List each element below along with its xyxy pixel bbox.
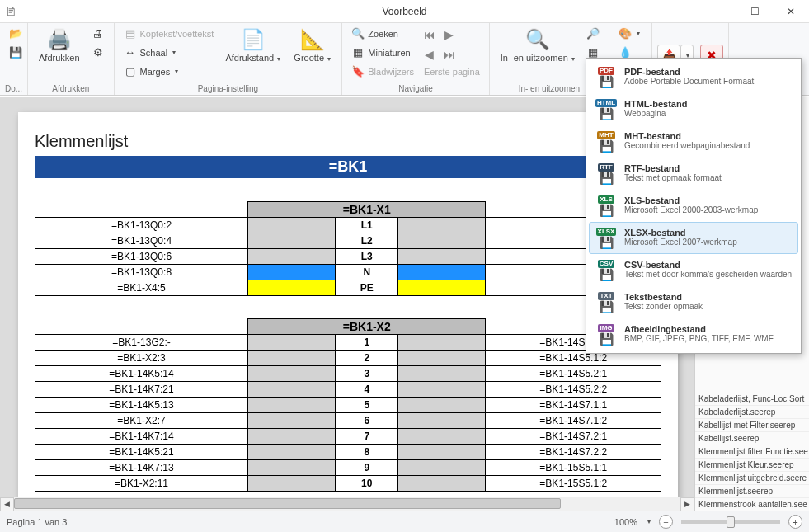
color-icon: 🎨	[619, 27, 632, 40]
file-type-icon: XLSX💾	[595, 228, 618, 248]
scroll-left-button[interactable]: ◀	[0, 497, 14, 511]
terminal-table-2: =BK1-X2=BK1-13G2:-1=BK1-14S5.1:1=BK1-X2:…	[35, 296, 661, 492]
scroll-right-button[interactable]: ▶	[680, 497, 694, 511]
file-type-icon: RTF💾	[595, 163, 618, 184]
quick-print-button[interactable]: 🖨	[87, 25, 109, 42]
print-button[interactable]: 🖨️ Afdrukken	[33, 25, 86, 66]
watermark-icon: 💧	[619, 46, 632, 59]
multipage-icon: ▦	[586, 46, 600, 59]
export-item-subtitle: Tekst met door komma's gescheiden waarde…	[624, 270, 792, 279]
zoom-button[interactable]: 🔍 In- en uitzoomen ▾	[495, 25, 581, 67]
horizontal-scrollbar[interactable]: ◀ ▶	[0, 497, 694, 511]
status-bar: Pagina 1 van 3 100% ▾ − +	[0, 511, 809, 532]
report-list-item[interactable]: Klemmenlijst.seerep	[695, 485, 809, 498]
open-button[interactable]: 📂	[5, 25, 26, 42]
export-item-title: MHT-bestand	[624, 131, 750, 141]
export-item-title: CSV-bestand	[624, 260, 792, 270]
report-list-item[interactable]: Kabeladerlijst.seerep	[695, 406, 809, 419]
chevron-down-icon: ▾	[172, 49, 176, 56]
prev-page-button[interactable]: ◀	[420, 45, 440, 64]
terminal-table-1: =BK1-X1=BK1-13Q0:2L1=BK1-13Q0:4L2=BK1-13…	[35, 178, 661, 296]
export-item-subtitle: Adobe Portable Document Formaat	[624, 77, 754, 86]
group-label-doc: Do...	[5, 82, 22, 95]
scroll-thumb[interactable]	[14, 498, 561, 509]
magnifier-icon: 🔍	[525, 28, 550, 51]
export-item-mht[interactable]: MHT💾MHT-bestandGecombineerd webpaginabes…	[589, 125, 798, 158]
file-type-icon: CSV💾	[595, 260, 618, 280]
close-button[interactable]: ✕	[773, 1, 809, 22]
maximize-button[interactable]: ☐	[736, 1, 773, 22]
printer-small-icon: 🖨	[92, 27, 105, 40]
zoom-out-button[interactable]: −	[659, 515, 673, 529]
export-item-subtitle: Tekst zonder opmaak	[624, 302, 703, 311]
report-list-item[interactable]: Kabellijst.seerep	[695, 432, 809, 445]
chevron-down-icon: ▾	[175, 68, 178, 75]
export-item-pdf[interactable]: PDF💾PDF-bestandAdobe Portable Document F…	[589, 61, 798, 93]
size-button[interactable]: 📐 Grootte ▾	[288, 25, 336, 67]
file-type-icon: TXT💾	[595, 292, 618, 313]
report-list-item[interactable]: Kabellijst met Filter.seerep	[695, 419, 809, 432]
thumbnails-button[interactable]: ▦Miniaturen	[347, 44, 418, 61]
minimize-button[interactable]: —	[700, 1, 736, 22]
bookmarks-button[interactable]: 🔖Bladwijzers	[347, 63, 418, 80]
zoom-in-button[interactable]: +	[788, 515, 802, 529]
goto-page-label: Eerste pagina	[420, 64, 484, 79]
file-type-icon: MHT💾	[595, 131, 618, 152]
gear-icon: ⚙	[92, 46, 105, 59]
scale-button[interactable]: ↔Schaal▾	[120, 44, 219, 61]
zoom-slider[interactable]	[681, 520, 780, 524]
file-type-icon: HTML💾	[595, 99, 618, 120]
export-item-img[interactable]: IMG💾AfbeeldingbestandBMP, GIF, JPEG, PNG…	[589, 318, 798, 351]
last-page-button[interactable]: ⏭	[440, 45, 459, 64]
group-label-print: Afdrukken	[33, 82, 109, 95]
export-item-csv[interactable]: CSV💾CSV-bestandTekst met door komma's ge…	[589, 254, 798, 286]
orientation-button[interactable]: 📄 Afdrukstand ▾	[219, 25, 286, 67]
report-list-item[interactable]: Klemmenstrook aantallen.see	[695, 498, 809, 511]
header-footer-button[interactable]: ▤Koptekst/voettekst	[120, 25, 219, 42]
zoom-slider-knob[interactable]	[727, 516, 735, 528]
printer-icon: 🖨️	[47, 28, 72, 51]
report-list-item[interactable]: Klemmenlijst filter Functie.see	[695, 445, 809, 459]
export-item-xls[interactable]: XLS💾XLS-bestandMicrosoft Excel 2000-2003…	[589, 190, 798, 222]
export-item-rtf[interactable]: RTF💾RTF-bestandTekst met opmaak formaat	[589, 158, 798, 190]
search-icon: 🔍	[351, 27, 365, 40]
export-item-title: HTML-bestand	[624, 99, 687, 109]
export-item-title: Afbeeldingbestand	[624, 324, 774, 334]
bookmark-icon: 🔖	[351, 65, 365, 78]
export-item-xlsx[interactable]: XLSX💾XLSX-bestandMicrosoft Excel 2007-we…	[589, 222, 798, 254]
margins-button[interactable]: ▢Marges▾	[120, 63, 219, 80]
scroll-track[interactable]	[14, 497, 680, 511]
export-item-title: XLS-bestand	[624, 195, 758, 205]
export-item-subtitle: Microsoft Excel 2007-werkmap	[624, 238, 737, 247]
next-page-button[interactable]: ▶	[440, 25, 459, 45]
group-label-nav: Navigatie	[347, 82, 484, 95]
orientation-icon: 📄	[241, 28, 266, 51]
print-settings-button[interactable]: ⚙	[87, 44, 109, 61]
page-color-button[interactable]: 🎨▾	[614, 25, 644, 42]
save-icon: 💾	[9, 46, 22, 59]
export-item-subtitle: Microsoft Excel 2000-2003-werkmap	[624, 205, 758, 214]
export-item-html[interactable]: HTML💾HTML-bestandWebpagina	[589, 93, 798, 125]
export-item-title: PDF-bestand	[624, 67, 754, 77]
chevron-down-icon: ▾	[637, 30, 640, 37]
export-item-txt[interactable]: TXT💾TekstbestandTekst zonder opmaak	[589, 286, 798, 318]
report-list-item[interactable]: Kabeladerlijst, Func-Loc Sort	[695, 393, 809, 406]
save-button[interactable]: 💾	[5, 44, 26, 61]
chevron-down-icon: ▾	[570, 55, 575, 63]
zoom-dropdown[interactable]: ▾	[647, 518, 651, 525]
zoom-percent: 100%	[614, 517, 637, 527]
report-list-item[interactable]: Klemmenlijst Kleur.seerep	[695, 459, 809, 472]
export-item-subtitle: Tekst met opmaak formaat	[624, 173, 722, 182]
report-list-item[interactable]: Klemmenlijst uitgebreid.seere	[695, 472, 809, 485]
folder-open-icon: 📂	[9, 27, 22, 40]
first-page-button[interactable]: ⏮	[420, 25, 440, 45]
search-button[interactable]: 🔍Zoeken	[347, 25, 418, 42]
group-label-pagesetup: Pagina-instelling	[120, 82, 337, 95]
page-preview: Klemmenlijst =BK1 =BK1-X1=BK1-13Q0:2L1=B…	[18, 112, 678, 511]
zoom-tool-button[interactable]: 🔎	[582, 25, 604, 42]
page-heading: Klemmenlijst	[35, 132, 661, 151]
file-type-icon: XLS💾	[595, 195, 618, 216]
export-item-subtitle: Webpagina	[624, 109, 687, 118]
titlebar: 🖹 Voorbeeld — ☐ ✕	[0, 0, 809, 23]
export-item-title: XLSX-bestand	[624, 228, 737, 238]
